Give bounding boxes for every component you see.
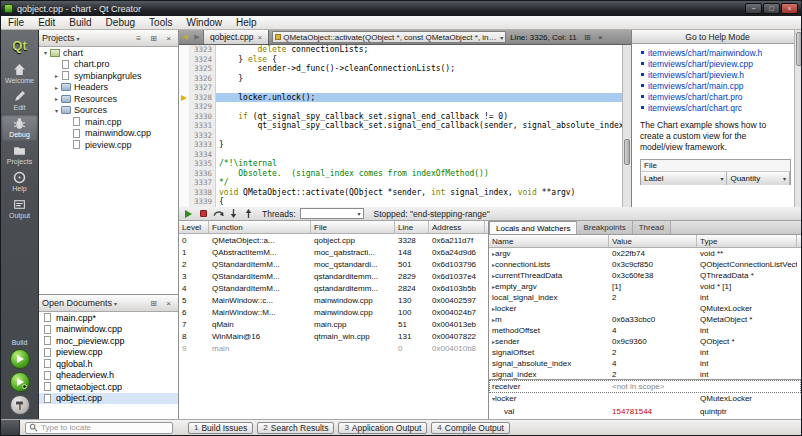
help-link-itemviews-chart-pieview-cpp[interactable]: itemviews/chart/pieview.cpp — [640, 59, 791, 69]
code-line-3331[interactable]: 3331 qt_signal_spy_callback_set.signal_e… — [179, 121, 622, 131]
stack-frame-6[interactable]: 6MainWindow::M...mainwindow.cpp1000x0040… — [179, 306, 488, 318]
output-pane-search-results[interactable]: 2Search Results — [257, 422, 334, 434]
stack-frame-3[interactable]: 3QStandardItemM...qstandarditemm...28290… — [179, 270, 488, 282]
help-link-itemviews-chart-pieview-h[interactable]: itemviews/chart/pieview.h — [640, 70, 791, 80]
variable-m[interactable]: ▸m0x6a33cbc0QMetaObject * — [489, 314, 801, 325]
menu-debug[interactable]: Debug — [99, 16, 142, 29]
breakpoint-margin[interactable] — [179, 45, 189, 55]
symbol-selector[interactable]: QMetaObject::activate(QObject *, const Q… — [272, 31, 506, 43]
open-doc-qheaderview-h[interactable]: qheaderview.h — [39, 370, 178, 382]
tree-item-pieview-cpp[interactable]: pieview.cpp — [39, 139, 178, 151]
breakpoint-margin[interactable] — [179, 93, 189, 103]
output-pane-build-issues[interactable]: 1Build Issues — [188, 422, 253, 434]
code-line-3326[interactable]: 3326 } — [179, 74, 622, 84]
close-editor-icon[interactable]: × — [594, 31, 607, 44]
mode-output[interactable]: Output — [1, 195, 38, 222]
column-header-file[interactable]: File — [311, 221, 395, 233]
tab-thread[interactable]: Thread — [633, 221, 671, 234]
variable-locker[interactable]: ▸lockerQMutexLocker — [489, 303, 801, 314]
code-line-3335[interactable]: 3335/*!\internal — [179, 159, 622, 169]
mode-projects[interactable]: Projects — [1, 141, 38, 168]
stack-frame-2[interactable]: 2QStandardItemM...moc_qstandardi...5010x… — [179, 258, 488, 270]
filter-icon[interactable]: ≡ — [132, 32, 145, 45]
step-over-icon[interactable] — [213, 208, 224, 219]
code-line-3330[interactable]: 3330 if (qt_signal_spy_callback_set.sign… — [179, 112, 622, 122]
code-line-3337[interactable]: 3337*/ — [179, 178, 622, 188]
stack-frame-8[interactable]: 8WinMain@16qtmain_win.cpp1310x00407822 — [179, 330, 488, 342]
open-doc-pieview-cpp[interactable]: pieview.cpp — [39, 347, 178, 359]
close-panel-icon[interactable]: × — [162, 32, 175, 45]
maximize-button[interactable]: □ — [763, 3, 780, 14]
variable-locker[interactable]: ▾lockerQMutexLocker — [489, 393, 801, 406]
breakpoint-margin[interactable] — [179, 197, 189, 207]
close-button[interactable]: × — [781, 3, 798, 14]
variable-signaloffset[interactable]: signalOffset2int — [489, 347, 801, 358]
breakpoint-margin[interactable] — [179, 140, 189, 150]
code-area[interactable]: 3323 delete connectionLists;3324 } else … — [179, 45, 622, 207]
column-header-name[interactable]: Name — [489, 235, 609, 247]
stack-frame-5[interactable]: 5MainWindow::c...mainwindow.cpp1300x0040… — [179, 294, 488, 306]
variable-connectionlists[interactable]: ▸connectionLists0x3c9cf850QObjectConnect… — [489, 259, 801, 270]
code-line-3325[interactable]: 3325 sender->d_func()->cleanConnectionLi… — [179, 64, 622, 74]
help-link-itemviews-chart-chart-qrc[interactable]: itemviews/chart/chart.qrc — [640, 103, 791, 113]
open-doc-moc-pieview-cpp[interactable]: moc_pieview.cpp — [39, 335, 178, 347]
breakpoint-margin[interactable] — [179, 83, 189, 93]
variable-sender[interactable]: ▸sender0x9c9360QObject * — [489, 336, 801, 347]
continue-icon[interactable] — [183, 208, 194, 219]
tab-close-icon[interactable]: × — [257, 33, 262, 42]
debug-run-button[interactable] — [10, 372, 30, 392]
stack-frame-1[interactable]: 1QAbstractItemM...moc_qabstracti...1480x… — [179, 246, 488, 258]
open-doc-qobject-cpp[interactable]: qobject.cpp — [39, 393, 178, 405]
menu-file[interactable]: File — [1, 16, 31, 29]
column-header-level[interactable]: Level — [179, 221, 209, 233]
back-icon[interactable]: ◀ — [179, 30, 191, 45]
breakpoint-margin[interactable] — [179, 188, 189, 198]
close-panel-icon[interactable]: × — [162, 297, 175, 310]
expand-arrow-icon[interactable]: ▾ — [41, 49, 50, 56]
code-line-3339[interactable]: 3339{ — [179, 197, 622, 207]
split-icon[interactable]: ⊞ — [147, 32, 160, 45]
mode-welcome[interactable]: Welcome — [1, 60, 38, 87]
variable-signal-absolute-index[interactable]: signal_absolute_index4int — [489, 358, 801, 369]
menu-help[interactable]: Help — [229, 16, 264, 29]
editor-tab-qobject-cpp[interactable]: qobject.cpp × — [203, 30, 269, 45]
code-line-3332[interactable]: 3332 — [179, 131, 622, 141]
code-line-3329[interactable]: 3329 — [179, 102, 622, 112]
open-doc-qmetaobject-cpp[interactable]: qmetaobject.cpp — [39, 381, 178, 393]
breakpoint-margin[interactable] — [179, 150, 189, 160]
breakpoint-margin[interactable] — [179, 64, 189, 74]
code-line-3338[interactable]: 3338void QMetaObject::activate(QObject *… — [179, 188, 622, 198]
scrollbar-thumb[interactable] — [624, 139, 630, 165]
column-header-value[interactable]: Value — [609, 235, 697, 247]
breakpoint-margin[interactable] — [179, 102, 189, 112]
menu-tools[interactable]: Tools — [142, 16, 179, 29]
split-icon[interactable]: ⊞ — [581, 31, 594, 44]
chevron-down-icon[interactable]: ▾ — [114, 300, 117, 307]
minimize-button[interactable]: − — [745, 3, 762, 14]
editor-vscrollbar[interactable] — [622, 45, 631, 207]
mode-debug[interactable]: Debug — [1, 114, 38, 141]
column-header-type[interactable]: Type — [697, 235, 797, 247]
expand-arrow-icon[interactable]: ▾ — [52, 107, 61, 114]
variable-empty-argv[interactable]: ▸empty_argv[1]void * [1] — [489, 281, 801, 292]
variable-methodoffset[interactable]: methodOffset4int — [489, 325, 801, 336]
step-out-icon[interactable] — [243, 208, 254, 219]
open-doc-main-cpp[interactable]: main.cpp* — [39, 312, 178, 324]
breakpoint-margin[interactable] — [179, 112, 189, 122]
forward-icon[interactable]: ▶ — [191, 30, 203, 45]
build-button[interactable] — [10, 395, 30, 415]
code-line-3336[interactable]: 3336 Obsolete. (signal_index comes from … — [179, 169, 622, 179]
code-line-3327[interactable]: 3327 — [179, 83, 622, 93]
code-line-3334[interactable]: 3334 — [179, 150, 622, 160]
mode-help[interactable]: Help — [1, 168, 38, 195]
scrollbar-thumb[interactable] — [796, 32, 802, 66]
help-link-itemviews-chart-main-cpp[interactable]: itemviews/chart/main.cpp — [640, 81, 791, 91]
variable-receiver[interactable]: receiver<not in scope> — [489, 380, 801, 393]
threads-select[interactable]: ▾ — [300, 208, 364, 219]
tab-locals-and-watchers[interactable]: Locals and Watchers — [489, 221, 577, 234]
locator-input[interactable]: Type to locate — [25, 422, 173, 434]
split-icon[interactable]: ⊞ — [147, 297, 160, 310]
breakpoint-margin[interactable] — [179, 55, 189, 65]
breakpoint-margin[interactable] — [179, 74, 189, 84]
go-to-help-mode-button[interactable]: Go to Help Mode — [632, 30, 802, 44]
